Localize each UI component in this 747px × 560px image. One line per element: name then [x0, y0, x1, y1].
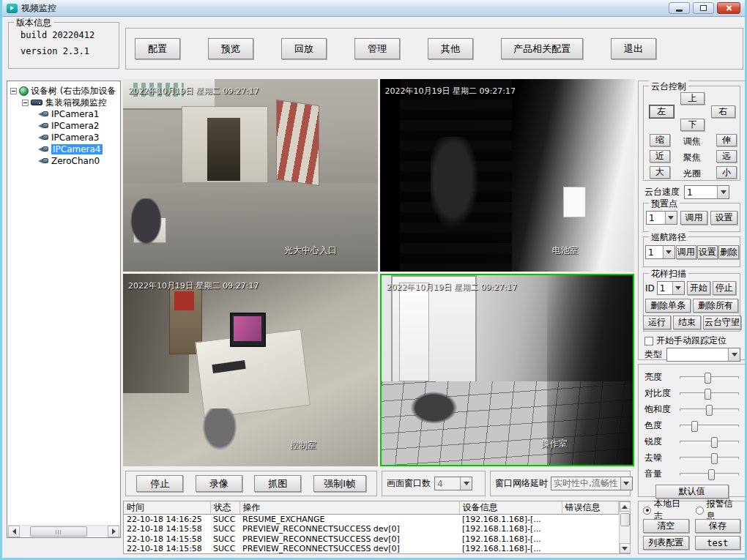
manual-track-checkbox[interactable] [644, 337, 653, 346]
delete-one-button[interactable]: 删除单条 [645, 299, 691, 313]
log-vertical-scrollbar[interactable] [619, 501, 630, 553]
slider-thumb[interactable] [705, 373, 711, 384]
title-bar[interactable]: 视频监控 [2, 0, 745, 17]
ptz-down-button[interactable]: 下 [680, 119, 705, 131]
scroll-left-button[interactable] [8, 526, 20, 537]
preset-set-button[interactable]: 设置 [710, 211, 737, 225]
pattern-start-button[interactable]: 开始 [687, 281, 710, 295]
volume-slider[interactable] [680, 473, 739, 476]
dropdown-button[interactable] [460, 477, 472, 490]
scroll-up-button[interactable] [620, 501, 631, 512]
ptz-left-button[interactable]: 左 [650, 105, 674, 118]
log-header-row[interactable]: 时间 状态 操作 设备信息 错误信息 [124, 501, 619, 515]
slider-thumb[interactable] [711, 437, 718, 448]
latency-select[interactable]: 实时性中,流畅性 [551, 477, 633, 490]
snapshot-button[interactable]: 抓图 [254, 475, 301, 492]
slider-thumb[interactable] [705, 389, 711, 400]
hue-slider[interactable] [680, 425, 739, 428]
focus-far-button[interactable]: 远 [716, 150, 737, 163]
default-values-button[interactable]: 默认值 [655, 485, 729, 499]
log-row[interactable]: 22-10-18 14:15:58 SUCC PREVIEW_RECONNECT… [124, 544, 619, 553]
window-count-select[interactable]: 4 [434, 477, 472, 490]
other-button[interactable]: 其他 [428, 38, 473, 59]
contrast-slider[interactable] [680, 392, 739, 395]
dropdown-button[interactable] [728, 348, 740, 361]
exit-button[interactable]: 退出 [611, 38, 656, 59]
playback-button[interactable]: 回放 [281, 38, 327, 59]
cruise-select[interactable]: 1 [645, 245, 675, 259]
col-operation[interactable]: 操作 [239, 501, 459, 515]
ptz-right-button[interactable]: 右 [711, 105, 735, 118]
log-row[interactable]: 22-10-18 14:16:25 SUCC RESUME_EXCHANGE [… [124, 515, 619, 525]
tree-horizontal-scrollbar[interactable] [8, 525, 119, 537]
manage-button[interactable]: 管理 [354, 38, 400, 59]
test-button[interactable]: test [695, 536, 741, 550]
col-status[interactable]: 状态 [210, 501, 239, 515]
record-button[interactable]: 录像 [196, 475, 242, 492]
scroll-right-button[interactable] [108, 526, 119, 537]
collapse-icon[interactable] [22, 100, 29, 106]
iris-open-button[interactable]: 大 [650, 166, 670, 179]
saturation-slider[interactable] [680, 408, 739, 411]
scrollbar-thumb[interactable] [30, 526, 87, 537]
stop-button[interactable]: 停止 [136, 475, 183, 492]
clear-button[interactable]: 清空 [643, 519, 689, 533]
dropdown-button[interactable] [717, 186, 729, 198]
minimize-button[interactable] [669, 2, 690, 14]
collapse-icon[interactable] [10, 88, 17, 94]
zoom-out-button[interactable]: 缩 [650, 134, 670, 146]
pattern-id-select[interactable]: 1 [657, 281, 685, 295]
brightness-slider[interactable] [680, 376, 739, 379]
end-button[interactable]: 结束 [673, 316, 701, 329]
type-select[interactable] [666, 348, 740, 362]
video-cell-4-selected[interactable]: 2022年10月19日 星期二 09:27:17 操作室 [380, 274, 635, 466]
video-cell-3[interactable]: 2022年10月19日 星期二 09:27:17 控制室 [123, 274, 378, 466]
tree-item-ipcamera1[interactable]: IPCamera1 [10, 108, 119, 120]
zoom-in-button[interactable]: 伸 [716, 134, 737, 146]
iris-close-button[interactable]: 小 [716, 166, 737, 179]
ptz-watch-button[interactable]: 云台守望 [703, 316, 741, 329]
video-cell-1[interactable]: 2022年10月19日 星期二 09:27:17 光大中心入口 [123, 79, 378, 272]
delete-all-button[interactable]: 删除所有 [693, 299, 738, 313]
cruise-delete-button[interactable]: 删除 [718, 245, 739, 259]
tree-item-ipcamera2[interactable]: IPCamera2 [10, 120, 119, 132]
local-log-radio[interactable] [643, 507, 651, 515]
pattern-stop-button[interactable]: 停止 [713, 281, 736, 295]
dropdown-button[interactable] [672, 282, 684, 294]
col-error-info[interactable]: 错误信息 [562, 501, 619, 515]
dropdown-button[interactable] [665, 212, 677, 224]
scroll-down-button[interactable] [620, 543, 631, 553]
slider-thumb[interactable] [691, 421, 698, 432]
slider-thumb[interactable] [711, 453, 718, 464]
cruise-call-button[interactable]: 调用 [676, 245, 696, 259]
preview-button[interactable]: 预览 [208, 38, 253, 59]
dropdown-button[interactable] [620, 477, 632, 490]
preset-call-button[interactable]: 调用 [680, 211, 707, 225]
tree-item-zerochan0[interactable]: ZeroChan0 [10, 155, 119, 167]
col-device-info[interactable]: 设备信息 [459, 501, 562, 515]
ptz-up-button[interactable]: 上 [680, 92, 705, 105]
col-time[interactable]: 时间 [124, 501, 210, 515]
preset-select[interactable]: 1 [646, 211, 677, 225]
tree-root[interactable]: 设备树 (右击添加设备 [10, 85, 119, 97]
maximize-button[interactable] [693, 2, 714, 14]
save-button[interactable]: 保存 [695, 519, 741, 533]
run-button[interactable]: 运行 [643, 316, 671, 329]
sharpness-slider[interactable] [680, 441, 739, 444]
list-config-button[interactable]: 列表配置 [643, 536, 689, 550]
tree-item-ipcamera3[interactable]: IPCamera3 [10, 132, 119, 143]
tree-group[interactable]: 集装箱视频监控 [10, 97, 119, 108]
video-cell-2[interactable]: 2022年10月19日 星期二 09:27:17 电池室 [380, 79, 635, 272]
close-button[interactable] [717, 2, 740, 14]
log-row[interactable]: 22-10-18 14:15:58 SUCC PREVIEW_RECONNECT… [124, 524, 619, 534]
tree-item-ipcamera4-selected[interactable]: IPCamera4 [10, 143, 119, 155]
alarm-info-radio[interactable] [696, 507, 704, 515]
denoise-slider[interactable] [680, 457, 739, 460]
slider-thumb[interactable] [706, 405, 713, 416]
force-iframe-button[interactable]: 强制I帧 [313, 475, 366, 492]
slider-thumb[interactable] [708, 469, 715, 480]
config-button[interactable]: 配置 [135, 38, 180, 59]
focus-near-button[interactable]: 近 [650, 150, 670, 163]
product-config-button[interactable]: 产品相关配置 [501, 38, 583, 59]
ptz-speed-select[interactable]: 1 [684, 185, 729, 199]
